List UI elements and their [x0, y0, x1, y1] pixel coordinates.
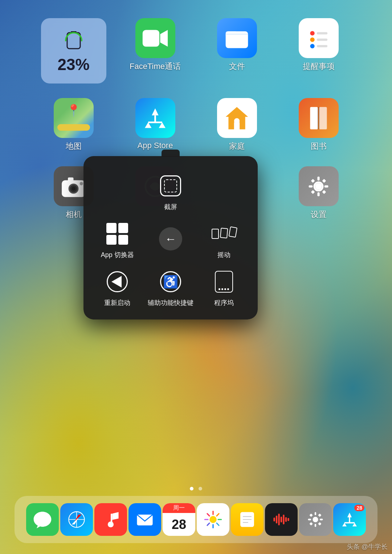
svg-rect-49	[207, 522, 211, 526]
photos-dock-app[interactable]	[197, 503, 229, 536]
svg-rect-64	[315, 512, 316, 515]
app-switcher-label: App 切换器	[101, 250, 134, 259]
settings-label: 设置	[311, 209, 327, 220]
svg-point-63	[313, 517, 318, 522]
facetime-app[interactable]: FaceTime通话	[118, 18, 192, 83]
reminders-app[interactable]: 提醒事项	[281, 18, 356, 83]
svg-rect-65	[315, 524, 316, 527]
files-app[interactable]: 文件	[200, 18, 274, 83]
messages-dock-app[interactable]	[26, 503, 59, 536]
dock: 周一 28	[15, 496, 377, 543]
reboot-icon	[104, 269, 130, 295]
svg-rect-58	[278, 514, 279, 525]
app-switcher-icon	[104, 221, 130, 247]
appstore-badge: 28	[354, 505, 364, 511]
mail-dock-app[interactable]	[128, 503, 161, 536]
safari-dock-app[interactable]	[60, 503, 93, 536]
screenshot-label: 截屏	[164, 203, 177, 211]
svg-rect-47	[216, 522, 220, 526]
svg-rect-61	[285, 517, 287, 522]
calendar-day: 周一	[163, 503, 195, 513]
svg-point-27	[315, 183, 322, 190]
battery-widget[interactable]: 23%	[36, 18, 111, 83]
svg-rect-2	[143, 30, 159, 46]
svg-point-16	[234, 118, 240, 123]
home-app[interactable]: 家庭	[200, 98, 274, 152]
battery-percent: 23%	[57, 56, 89, 74]
svg-rect-0	[67, 33, 80, 49]
svg-rect-46	[217, 519, 222, 520]
books-app[interactable]: 图书	[281, 98, 356, 152]
appstore-dock-app[interactable]: 28	[333, 503, 366, 536]
back-arrow-item[interactable]: ←	[144, 215, 197, 263]
homescreen: 23% FaceTime通话 文件	[0, 0, 392, 554]
svg-rect-62	[287, 518, 289, 521]
svg-rect-19	[317, 107, 319, 129]
app-switcher-item[interactable]: App 切换器	[91, 215, 144, 263]
watermark: 头条 @牛学长	[347, 542, 388, 551]
calendar-dock-app[interactable]: 周一 28	[163, 503, 195, 536]
accessibility-label: 辅助功能快捷键	[148, 298, 193, 307]
accessibility-icon: ♿	[158, 269, 184, 295]
assistive-touch-panel: 截屏 App 切换器 ←	[83, 156, 258, 319]
svg-rect-69	[318, 514, 321, 517]
page-dots	[190, 487, 202, 490]
settings-dock-app[interactable]	[299, 503, 332, 536]
svg-rect-17	[310, 107, 318, 129]
svg-rect-41	[111, 514, 112, 525]
books-label: 图书	[311, 141, 327, 152]
accessibility-item[interactable]: ♿ 辅助功能快捷键	[144, 263, 197, 311]
shake-icon	[211, 221, 237, 247]
svg-marker-3	[160, 30, 168, 46]
maps-app[interactable]: 📍 地图	[36, 98, 111, 152]
svg-rect-66	[308, 519, 311, 520]
facetime-label: FaceTime通话	[130, 61, 181, 72]
voice-memos-dock-app[interactable]	[265, 503, 298, 536]
svg-point-43	[209, 516, 216, 523]
svg-rect-48	[212, 524, 213, 528]
settings-app[interactable]: 设置	[281, 166, 356, 220]
page-dot-2[interactable]	[199, 487, 202, 490]
svg-rect-29	[317, 192, 319, 196]
appstore-label: App Store	[138, 141, 173, 150]
svg-rect-10	[317, 38, 327, 41]
svg-rect-33	[322, 179, 326, 183]
svg-rect-59	[281, 517, 282, 522]
svg-point-7	[310, 31, 314, 35]
panel-grid: 截屏 App 切换器 ←	[91, 167, 250, 311]
svg-rect-30	[309, 185, 313, 187]
shake-item[interactable]: 摇动	[197, 215, 250, 263]
svg-point-25	[79, 182, 83, 185]
svg-rect-35	[322, 190, 326, 194]
music-dock-app[interactable]	[94, 503, 127, 536]
reminders-label: 提醒事项	[303, 61, 335, 72]
svg-point-23	[72, 187, 75, 191]
svg-rect-31	[324, 185, 328, 187]
dock-card-label: 程序坞	[214, 298, 234, 307]
svg-rect-28	[317, 176, 319, 180]
page-dot-1[interactable]	[190, 487, 193, 490]
appstore-app[interactable]: App Store	[118, 98, 192, 152]
svg-rect-45	[216, 513, 220, 517]
screenshot-icon	[158, 173, 184, 199]
notes-dock-app[interactable]	[231, 503, 264, 536]
svg-rect-8	[317, 32, 327, 34]
calendar-date: 28	[172, 513, 186, 536]
reboot-item[interactable]: 重新启动	[91, 263, 144, 311]
svg-rect-68	[310, 514, 313, 517]
back-arrow-icon: ←	[159, 227, 182, 250]
svg-rect-56	[273, 518, 275, 522]
screenshot-item[interactable]: 截屏	[144, 167, 197, 215]
svg-point-9	[310, 37, 314, 42]
dock-card-icon	[211, 269, 237, 295]
home-label: 家庭	[229, 141, 245, 152]
svg-rect-60	[283, 515, 284, 525]
svg-rect-57	[276, 516, 277, 524]
svg-rect-70	[310, 522, 313, 525]
svg-rect-32	[311, 179, 315, 183]
dock-card-item[interactable]: 程序坞	[197, 263, 250, 311]
svg-rect-18	[319, 107, 327, 129]
svg-rect-12	[317, 45, 327, 47]
shake-label: 摇动	[217, 250, 230, 259]
svg-rect-44	[212, 511, 213, 515]
